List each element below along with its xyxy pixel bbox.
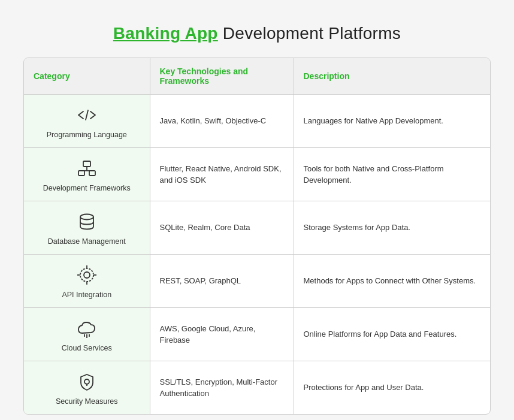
desc-cell-development-frameworks: Tools for both Native and Cross-Platform…	[294, 148, 490, 201]
desc-cell-programming-language: Languages for Native App Development.	[294, 95, 490, 148]
header-category: Category	[24, 58, 150, 95]
table-container: Category Key Technologies and Frameworks…	[23, 58, 491, 415]
category-cell-cloud-services: Cloud Services	[24, 308, 150, 361]
category-cell-development-frameworks: Development Frameworks	[24, 148, 150, 201]
table-row: Programming Language Java, Kotlin, Swift…	[24, 95, 490, 148]
tech-cell-security-measures: SSL/TLS, Encryption, Multi-Factor Authen…	[150, 361, 294, 415]
svg-rect-2	[78, 171, 84, 176]
table-row: Cloud Services AWS, Google Cloud, Azure,…	[24, 308, 490, 361]
main-table: Category Key Technologies and Frameworks…	[24, 58, 490, 414]
tech-cell-database-management: SQLite, Realm, Core Data	[150, 201, 294, 255]
category-cell-api-integration: API Integration	[24, 255, 150, 308]
category-label: Database Management	[30, 237, 144, 246]
svg-line-0	[86, 110, 88, 120]
security-icon	[30, 370, 144, 394]
svg-point-8	[84, 272, 90, 278]
table-row: Database Management SQLite, Realm, Core …	[24, 201, 490, 255]
table-row: Development Frameworks Flutter, React Na…	[24, 148, 490, 201]
category-label: API Integration	[30, 291, 144, 299]
category-label: Development Frameworks	[30, 184, 144, 192]
desc-cell-api-integration: Methods for Apps to Connect with Other S…	[294, 255, 490, 308]
svg-rect-3	[89, 171, 95, 176]
title-suffix: Development Platforms	[218, 24, 401, 43]
header-description: Description	[294, 58, 490, 95]
desc-cell-database-management: Storage Systems for App Data.	[294, 201, 490, 255]
page-wrapper: Banking App Development Platforms Catego…	[23, 12, 491, 420]
title-highlight: Banking App	[113, 24, 218, 43]
table-row: API Integration REST, SOAP, GraphQLMetho…	[24, 255, 490, 308]
svg-point-9	[80, 268, 93, 282]
category-label: Programming Language	[30, 131, 144, 139]
api-icon	[30, 263, 144, 287]
header-technologies: Key Technologies and Frameworks	[150, 58, 294, 95]
category-cell-database-management: Database Management	[24, 201, 150, 255]
desc-cell-cloud-services: Online Platforms for App Data and Featur…	[294, 308, 490, 361]
database-icon	[30, 210, 144, 234]
tech-cell-cloud-services: AWS, Google Cloud, Azure, Firebase	[150, 308, 294, 361]
code-icon	[30, 103, 144, 127]
tech-cell-api-integration: REST, SOAP, GraphQL	[150, 255, 294, 308]
svg-point-7	[80, 214, 93, 220]
tech-cell-programming-language: Java, Kotlin, Swift, Objective-C	[150, 95, 294, 148]
category-label: Security Measures	[30, 397, 144, 406]
frameworks-icon	[30, 156, 144, 180]
desc-cell-security-measures: Protections for App and User Data.	[294, 361, 490, 415]
page-title: Banking App Development Platforms	[23, 24, 491, 43]
table-row: Security Measures SSL/TLS, Encryption, M…	[24, 361, 490, 415]
svg-rect-1	[83, 161, 90, 167]
cloud-icon	[30, 316, 144, 340]
category-cell-programming-language: Programming Language	[24, 95, 150, 148]
svg-point-17	[84, 379, 89, 384]
table-header-row: Category Key Technologies and Frameworks…	[24, 58, 490, 95]
category-cell-security-measures: Security Measures	[24, 361, 150, 415]
tech-cell-development-frameworks: Flutter, React Native, Android SDK, and …	[150, 148, 294, 201]
category-label: Cloud Services	[30, 344, 144, 352]
